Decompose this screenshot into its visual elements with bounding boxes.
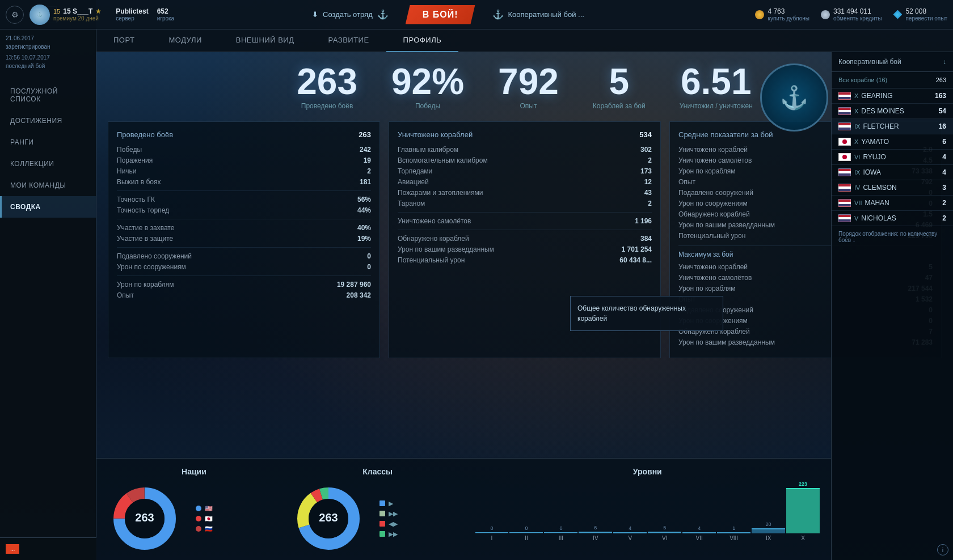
classes-donut-value: 263 xyxy=(319,511,338,524)
planes-value: 1 196 xyxy=(635,217,652,225)
des-moines-tier: X xyxy=(854,108,858,114)
bar-level-10-roman: X xyxy=(801,535,805,541)
separator-2 xyxy=(117,219,371,219)
max-ships-label: Уничтожено кораблей xyxy=(678,263,748,271)
silver-currency[interactable]: 331 494 011 обменять кредиты xyxy=(821,7,882,22)
sidebar-item-my-teams[interactable]: МОИ КОМАНДЫ xyxy=(0,175,96,196)
destroyed-aircraft: Авиацией 12 xyxy=(398,178,652,186)
clemson-tier-name: IV CLEMSON xyxy=(854,184,942,192)
destroyed-potential: Потенциальный урон 60 434 8... xyxy=(398,256,652,264)
yamato-name: YAMATO xyxy=(861,138,889,146)
flag-iowa xyxy=(838,168,851,176)
classes-title: Классы xyxy=(292,467,464,476)
ship-item-nicholas[interactable]: V NICHOLAS 2 xyxy=(832,211,953,226)
bar-level-2: 0 II xyxy=(509,525,543,541)
ship-item-clemson[interactable]: IV CLEMSON 3 xyxy=(832,180,953,196)
ship-item-mahan[interactable]: VII MAHAN 2 xyxy=(832,196,953,211)
ship-item-iowa[interactable]: IX IOWA 4 xyxy=(832,165,953,180)
tooltip-detected: Общее количество обнаруженных кораблей xyxy=(570,296,723,331)
separator-4 xyxy=(117,275,371,276)
suppressed-value: 0 xyxy=(367,252,371,260)
bar-level-4: 6 IV xyxy=(579,525,612,541)
tab-modules[interactable]: МОДУЛИ xyxy=(151,29,218,52)
bar-level-6-bar xyxy=(648,532,681,533)
ship-filter[interactable]: Все корабли (16) 263 xyxy=(832,72,953,88)
capture-label: Участие в захвате xyxy=(117,224,174,232)
bar-level-10-value: 223 xyxy=(799,481,807,487)
avg-spotting-dmg-label: Урон по вашим разведданным xyxy=(678,221,775,229)
ship-item-des-moines[interactable]: X DES MOINES 54 xyxy=(832,104,953,119)
potential-value: 60 434 8... xyxy=(619,256,652,264)
nations-chart: Нации 263 🇺🇸 🇯� xyxy=(108,467,280,555)
fire-flood-value: 43 xyxy=(644,189,652,197)
destroyed-ram: Тараном 2 xyxy=(398,200,652,207)
avg-planes-destroyed-label: Уничтожено самолётов xyxy=(678,156,752,164)
player-info: 15 15 S___T ★ премиум 20 дней xyxy=(53,7,102,22)
last-battle-label: последний бой xyxy=(6,62,90,70)
premium-days-label: 15 xyxy=(53,8,60,15)
levels-chart: Уровни 0 I 0 II 0 III xyxy=(475,467,820,544)
ryujo-battles: 4 xyxy=(942,153,946,161)
create-squad-button[interactable]: ⬇ Создать отряд ⚓ xyxy=(312,9,389,20)
xp-value: 52 008 xyxy=(905,7,947,15)
profile-crest: ⚓ xyxy=(760,63,828,131)
ship-item-ryujo[interactable]: VI RYUJO 4 xyxy=(832,150,953,165)
battles-row-survived: Выжил в боях 181 xyxy=(117,178,371,186)
main-content: 263 Проведено боёв 92% Победы 792 Опыт 5… xyxy=(96,52,953,560)
fletcher-tier-name: IX FLETCHER xyxy=(854,122,939,130)
tab-exterior[interactable]: ВНЕШНИЙ ВИД xyxy=(219,29,311,52)
defense-value: 19% xyxy=(357,235,371,243)
classes-donut-svg: 263 xyxy=(292,482,365,555)
iowa-tier: IX xyxy=(854,169,860,176)
bar-level-2-value: 0 xyxy=(525,525,528,531)
sidebar-item-collections[interactable]: КОЛЛЕКЦИИ xyxy=(0,153,96,175)
ship-item-fletcher[interactable]: IX FLETCHER 16 xyxy=(832,119,953,134)
info-button[interactable]: i xyxy=(937,544,948,555)
stat-hero-wins: 92% Победы xyxy=(391,63,464,110)
battles-row-suppressed: Подавлено сооружений 0 xyxy=(117,252,371,260)
bb-color xyxy=(379,521,385,527)
bar-level-7-roman: VII xyxy=(696,535,703,541)
sidebar-item-ranks[interactable]: РАНГИ xyxy=(0,131,96,153)
hero-kd-value: 6.51 xyxy=(680,63,753,100)
detected-label: Обнаружено кораблей xyxy=(398,235,469,243)
chat-button[interactable]: ... xyxy=(6,544,19,554)
tab-research[interactable]: РАЗВИТИЕ xyxy=(311,29,386,52)
settings-icon[interactable]: ⚙ xyxy=(6,6,24,24)
survived-label: Выжил в боях xyxy=(117,178,161,186)
ship-item-yamato[interactable]: X YAMATO 6 xyxy=(832,134,953,150)
bar-level-9-roman: IX xyxy=(766,535,771,541)
battles-row-ship-damage: Урон по кораблям 19 287 960 xyxy=(117,281,371,289)
top-bar-center: ⬇ Создать отряд ⚓ В БОЙ! ⚓ Кооперативный… xyxy=(176,5,720,24)
premium-label: премиум 20 дней xyxy=(53,15,102,22)
sidebar-item-achievements[interactable]: ДОСТИЖЕНИЯ xyxy=(0,110,96,131)
top-bar-right: 4 763 купить дублоны 331 494 011 обменят… xyxy=(720,7,947,22)
hero-wins-value: 92% xyxy=(391,63,464,100)
sidebar-item-summary[interactable]: СВОДКА xyxy=(0,196,96,218)
gold-currency[interactable]: 4 763 купить дублоны xyxy=(755,7,809,22)
ussr-dot xyxy=(196,526,201,532)
flag-yamato xyxy=(838,138,851,146)
flag-fletcher xyxy=(838,122,851,130)
coop-battle-button[interactable]: ⚓ Кооперативный бой ... xyxy=(492,9,584,20)
tab-profile[interactable]: ПРОФИЛЬ xyxy=(386,29,459,52)
battle-button[interactable]: В БОЙ! xyxy=(406,5,475,24)
gold-info: 4 763 купить дублоны xyxy=(768,7,809,22)
fletcher-name: FLETCHER xyxy=(863,122,899,130)
nations-title: Нации xyxy=(108,467,280,476)
sort-icon: ↓ xyxy=(943,58,946,66)
accuracy-main-value: 56% xyxy=(357,196,371,203)
sidebar-item-service-record[interactable]: ПОСЛУЖНОЙ СПИСОК xyxy=(0,80,96,110)
xp-currency[interactable]: 52 008 перевести опыт xyxy=(893,7,947,22)
ship-item-gearing[interactable]: X GEARING 163 xyxy=(832,88,953,104)
bar-level-3-bar xyxy=(544,532,577,533)
bar-level-8-bar xyxy=(717,532,750,533)
ship-damage-value: 19 287 960 xyxy=(337,281,371,289)
panel-battles-title: Проведено боёв 263 xyxy=(117,130,371,139)
right-panel: Кооперативный бой ↓ Все корабли (16) 263… xyxy=(831,52,953,560)
destroyed-main-cal: Главным калибром 302 xyxy=(398,146,652,154)
bar-level-5-value: 4 xyxy=(629,525,631,531)
hero-battles-label: Проведено боёв xyxy=(297,102,357,110)
tab-port[interactable]: ПОРТ xyxy=(96,29,151,52)
bar-level-8-value: 1 xyxy=(732,525,735,531)
